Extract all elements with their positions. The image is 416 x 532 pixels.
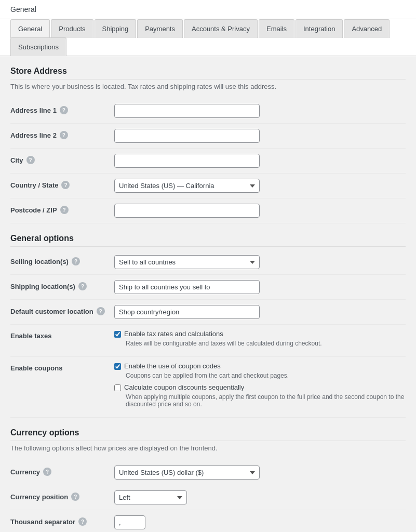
table-row: Address line 2 ?	[10, 124, 406, 149]
store-address-section: Store Address This is where your busines…	[10, 66, 406, 223]
tab-products[interactable]: Products	[51, 19, 93, 38]
enable-coupons-label: Enable coupons	[10, 357, 114, 418]
currency-position-select[interactable]: Left	[114, 490, 187, 504]
store-address-table: Address line 1 ? Address line 2 ?	[10, 99, 406, 223]
enable-taxes-checkbox-label: Enable tax rates and calculations	[124, 330, 223, 338]
shipping-value: Ship to all countries you sell to	[114, 280, 260, 294]
enable-taxes-desc: Rates will be configurable and taxes wil…	[126, 340, 406, 347]
enable-coupons-checkbox-label: Enable the use of coupon codes	[124, 362, 221, 370]
enable-coupons-checkbox[interactable]	[114, 363, 121, 370]
tab-accounts-privacy[interactable]: Accounts & Privacy	[184, 19, 258, 38]
enable-coupons-desc: Coupons can be applied from the cart and…	[126, 372, 406, 379]
calc-coupons-desc: When applying multiple coupons, apply th…	[126, 393, 406, 408]
table-row: Selling location(s) ? Sell to all countr…	[10, 250, 406, 275]
enable-taxes-label: Enable taxes	[10, 325, 114, 357]
table-row: Enable taxes Enable tax rates and calcul…	[10, 325, 406, 357]
address1-help-icon[interactable]: ?	[60, 106, 68, 114]
country-state-select[interactable]: United States (US) — California	[114, 179, 260, 193]
default-location-help-icon[interactable]: ?	[97, 307, 105, 315]
general-options-section: General options Selling location(s) ? Se…	[10, 234, 406, 418]
calc-coupons-checkbox[interactable]	[114, 384, 121, 391]
table-row: Currency position ? Left	[10, 485, 406, 510]
calc-coupons-label: Calculate coupon discounts sequentially	[124, 383, 244, 391]
currency-options-table: Currency ? United States (US) dollar ($)…	[10, 460, 406, 532]
page-title: General	[10, 5, 36, 14]
table-row: Postcode / ZIP ?	[10, 198, 406, 223]
tab-integration[interactable]: Integration	[296, 19, 343, 38]
table-row: Enable coupons Enable the use of coupon …	[10, 357, 406, 418]
country-state-label: Country / State ?	[10, 174, 114, 198]
store-address-title: Store Address	[10, 66, 406, 79]
thousand-separator-help-icon[interactable]: ?	[78, 517, 87, 526]
selling-label: Selling location(s) ?	[10, 250, 114, 275]
selling-select[interactable]: Sell to all countries	[114, 255, 260, 269]
currency-select[interactable]: United States (US) dollar ($)	[114, 466, 260, 480]
table-row: Address line 1 ?	[10, 99, 406, 124]
currency-options-desc: The following options affect how prices …	[10, 444, 406, 452]
city-input[interactable]	[114, 154, 260, 168]
postcode-help-icon[interactable]: ?	[60, 206, 69, 214]
city-help-icon[interactable]: ?	[26, 156, 35, 164]
general-options-table: Selling location(s) ? Sell to all countr…	[10, 250, 406, 418]
currency-label: Currency ?	[10, 460, 114, 485]
address1-label: Address line 1 ?	[10, 99, 114, 124]
table-row: Shipping location(s) ? Ship to all count…	[10, 275, 406, 300]
enable-taxes-checkbox[interactable]	[114, 331, 121, 338]
currency-help-icon[interactable]: ?	[43, 468, 51, 476]
thousand-separator-label: Thousand separator ?	[10, 510, 114, 533]
currency-position-help-icon[interactable]: ?	[71, 493, 79, 501]
tab-advanced[interactable]: Advanced	[344, 19, 390, 38]
main-content: General Products Shipping Payments Accou…	[0, 19, 416, 532]
tabs-wrapper: General Products Shipping Payments Accou…	[0, 19, 416, 56]
page-header: General	[0, 0, 416, 19]
default-location-label: Default customer location ?	[10, 300, 114, 325]
thousand-separator-input[interactable]	[114, 515, 145, 529]
tab-payments[interactable]: Payments	[137, 19, 183, 38]
address2-input[interactable]	[114, 129, 260, 143]
table-row: Default customer location ? Shop country…	[10, 300, 406, 325]
table-row: City ?	[10, 149, 406, 174]
table-row: Currency ? United States (US) dollar ($)	[10, 460, 406, 485]
currency-options-title: Currency options	[10, 428, 406, 441]
selling-help-icon[interactable]: ?	[72, 257, 80, 265]
postcode-input[interactable]	[114, 204, 260, 218]
address2-label: Address line 2 ?	[10, 124, 114, 149]
tab-emails[interactable]: Emails	[259, 19, 294, 38]
form-area: Store Address This is where your busines…	[0, 56, 416, 532]
tab-subscriptions[interactable]: Subscriptions	[10, 37, 66, 56]
tab-shipping[interactable]: Shipping	[95, 19, 137, 38]
general-options-title: General options	[10, 234, 406, 247]
table-row: Thousand separator ?	[10, 510, 406, 533]
table-row: Country / State ? United States (US) — C…	[10, 174, 406, 198]
tab-general[interactable]: General	[10, 19, 50, 38]
shipping-help-icon[interactable]: ?	[78, 282, 87, 290]
address1-input[interactable]	[114, 104, 260, 118]
currency-options-section: Currency options The following options a…	[10, 428, 406, 532]
store-address-desc: This is where your business is located. …	[10, 83, 406, 90]
postcode-label: Postcode / ZIP ?	[10, 198, 114, 223]
country-help-icon[interactable]: ?	[61, 181, 70, 189]
shipping-label: Shipping location(s) ?	[10, 275, 114, 300]
city-label: City ?	[10, 149, 114, 174]
default-location-value: Shop country/region	[114, 305, 260, 319]
currency-position-label: Currency position ?	[10, 485, 114, 510]
address2-help-icon[interactable]: ?	[60, 131, 68, 139]
